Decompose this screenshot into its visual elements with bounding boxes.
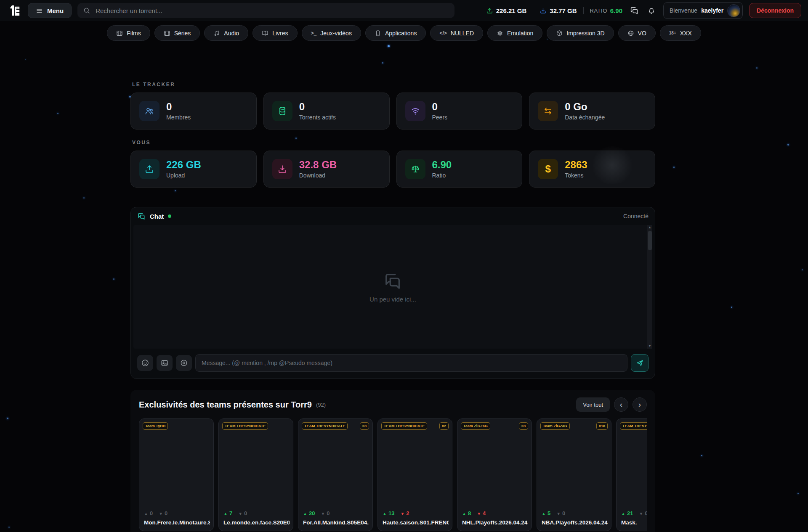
stat-card-upload: 226 GB Upload [130,151,257,188]
stat-value: 32.8 GB [299,159,337,170]
leech-arrow-icon: ▼ [556,511,561,516]
scroll-up-icon[interactable]: ▲ [648,226,651,229]
nav-label: Impression 3D [566,30,604,37]
database-icon [272,101,292,121]
seeders: ▲21 [621,510,633,516]
download-total: 32.77 GB [540,7,577,14]
nav-impression-3d[interactable]: Impression 3D [547,25,614,41]
category-navbar: Films Séries Audio Livres >_ Jeux-vidéos… [0,21,808,45]
seed-arrow-icon: ▲ [223,511,228,516]
badge-row: Team ZiGZaG ×3 [461,422,528,430]
carousel-next-button[interactable]: › [633,397,647,412]
nav-jeux-videos[interactable]: >_ Jeux-vidéos [302,25,361,41]
nav-applications[interactable]: Applications [365,25,426,41]
nav-xxx[interactable]: 18+ XXX [660,25,701,41]
stat-value: 6.90 [432,159,452,170]
nav-label: Films [127,30,141,37]
preview-toggle-button[interactable] [176,355,192,371]
view-all-button[interactable]: Voir tout [576,397,610,412]
nav-films[interactable]: Films [107,25,150,41]
stat-label: Torrents actifs [299,114,336,121]
torrent-card[interactable]: Team ZiGZaG ×3 ▲8 ▼4 NHL.Playoffs.2026.0… [457,418,532,531]
torrent-card[interactable]: TEAM THESYNDICATE ×2 ▲13 ▼2 Haute.saison… [377,418,452,531]
torrent-name: Haute.saison.S01.FRENCH... [381,519,449,527]
exclusives-title: Exclusivités des teams présentes sur Tor… [139,400,312,410]
stat-card-torrents-actifs: 0 Torrents actifs [263,93,390,130]
emoji-button[interactable] [137,355,153,371]
torrent-card[interactable]: Team ZiGZaG ×18 ▲5 ▼0 NBA.Playoffs.2026.… [537,418,611,531]
code-icon: </> [439,30,447,36]
poster-area [381,430,449,509]
chat-shortcut-button[interactable] [629,5,640,16]
nav-vo[interactable]: VO [618,25,656,41]
leech-count: 0 [165,510,167,516]
upload-total: 226.21 GB [486,7,527,14]
adult-18-icon: 18+ [669,31,676,35]
multiplier-badge: ×2 [439,422,449,430]
download-icon [540,7,547,14]
exclusives-section: Exclusivités des teams présentes sur Tor… [130,390,655,532]
team-badge: TEAM THESYNDICATE [222,422,268,430]
torrent-card[interactable]: Team TyHD ▲0 ▼0 Mon.Frere.le.Minotaure.S… [139,418,214,531]
leechers: ▼0 [321,510,330,516]
scrollbar-thumb[interactable] [648,231,652,250]
seeders: ▲8 [462,510,471,516]
seed-count: 8 [468,510,471,516]
search-bar[interactable] [77,3,454,18]
send-message-button[interactable] [631,354,649,372]
download-total-value: 32.77 GB [550,7,577,14]
online-dot [168,214,171,218]
multiplier-badge: ×3 [360,422,369,430]
nav-emulation[interactable]: Emulation [487,25,542,41]
torrent-item: TEAM THESYNDICATE ×3 ▲20 ▼0 For.All.Mank… [298,418,373,532]
attach-image-button[interactable] [157,355,173,371]
team-badge: TEAM THESYNDICATE [620,422,647,430]
exclusives-carousel: Team TyHD ▲0 ▼0 Mon.Frere.le.Minotaure.S… [139,418,647,532]
user-menu[interactable]: Bienvenue kaelyfer [663,2,743,19]
chat-scrollbar[interactable]: ▲ ▼ [647,225,652,349]
poster-area [222,430,290,509]
seeders: ▲7 [223,510,232,516]
chevron-right-icon: › [638,401,641,408]
main-content: LE TRACKER 0 Membres 0 Torrents actifs 0… [130,45,655,532]
torrent-item: TEAM THESYNDICATE ×2 ▲13 ▼2 Haute.saison… [377,418,452,532]
torr9-logo-icon [8,4,21,17]
nav-audio[interactable]: Audio [204,25,248,41]
scroll-down-icon[interactable]: ▼ [648,344,651,348]
globe-icon [627,30,634,37]
nav-nulled[interactable]: </> NULLED [430,25,483,41]
leech-arrow-icon: ▼ [159,511,163,516]
site-logo[interactable] [7,3,22,18]
chat-message-input[interactable] [195,354,627,372]
seed-arrow-icon: ▲ [144,511,148,516]
search-input[interactable] [95,7,449,15]
carousel-prev-button[interactable]: ‹ [614,397,628,412]
nav-livres[interactable]: Livres [252,25,297,41]
poster-area [461,430,528,509]
badge-row: Team ZiGZaG ×18 [540,422,608,430]
nav-series[interactable]: Séries [154,25,200,41]
badge-row: TEAM THESYNDICATE [620,422,647,430]
download-icon [272,159,292,179]
notifications-button[interactable] [646,5,657,16]
music-note-icon [213,30,220,37]
torrent-card[interactable]: TEAM THESYNDICATE ▲21 ▼0 Mask. [616,418,647,531]
nav-label: Audio [224,30,239,37]
logout-button[interactable]: Déconnexion [749,3,801,18]
stat-card-peers: 0 Peers [396,93,523,130]
book-icon [262,30,268,37]
poster-area [302,430,369,509]
seed-count: 0 [150,510,153,516]
stat-value: 226 GB [166,159,201,170]
chat-panel: Chat Connecté Un peu vide ici... ▲ ▼ [130,207,655,379]
leech-arrow-icon: ▼ [238,511,242,516]
menu-button[interactable]: Menu [28,3,72,18]
seed-arrow-icon: ▲ [542,511,546,516]
torrent-card[interactable]: TEAM THESYNDICATE ×3 ▲20 ▼0 For.All.Mank… [298,418,373,531]
users-icon [139,101,159,121]
bell-icon [647,6,656,15]
chat-messages-area[interactable]: Un peu vide ici... ▲ ▼ [133,225,652,349]
torrent-card[interactable]: TEAM THESYNDICATE ▲7 ▼0 Le.monde.en.face… [218,418,293,531]
leech-arrow-icon: ▼ [321,511,325,516]
chevron-left-icon: ‹ [620,401,622,408]
